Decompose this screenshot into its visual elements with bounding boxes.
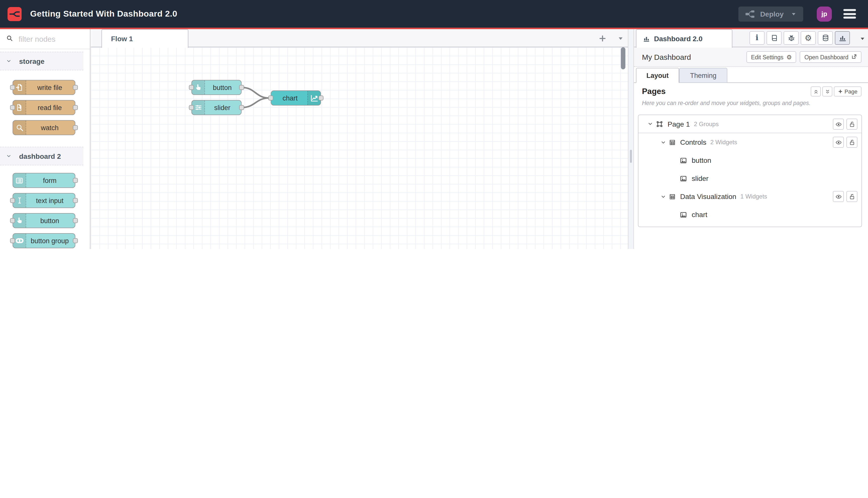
visibility-toggle-button[interactable]	[833, 191, 844, 202]
input-port[interactable]	[189, 85, 194, 90]
node-label: write file	[26, 80, 74, 94]
palette-filter-input[interactable]	[17, 34, 78, 44]
expand-all-button[interactable]	[823, 87, 832, 96]
output-port[interactable]	[73, 125, 78, 130]
add-page-button[interactable]: Page	[834, 87, 862, 96]
output-port[interactable]	[239, 85, 244, 90]
output-port[interactable]	[239, 105, 244, 110]
palette-node-read-file[interactable]: read file	[13, 100, 75, 115]
tree-row-page-1[interactable]: Page 12 Groups	[639, 115, 862, 133]
input-port[interactable]	[10, 238, 15, 243]
flow-node-chart[interactable]: chart	[271, 90, 321, 106]
flow-node-slider[interactable]: slider	[191, 100, 242, 115]
lock-open-icon	[849, 139, 855, 145]
page-title: Getting Started With Dashboard 2.0	[30, 9, 177, 19]
image-icon	[680, 157, 687, 164]
deploy-button[interactable]: Deploy	[739, 6, 803, 21]
input-port[interactable]	[268, 95, 273, 101]
output-port[interactable]	[73, 178, 78, 183]
sidebar-tool-info-button[interactable]: i	[749, 31, 764, 45]
node-label: text input	[26, 194, 74, 208]
user-avatar[interactable]: jp	[817, 6, 832, 21]
tree-row-slider[interactable]: slider	[639, 169, 862, 187]
open-dashboard-label: Open Dashboard	[804, 54, 849, 60]
palette-node-watch[interactable]: watch	[13, 120, 75, 135]
external-link-icon	[852, 54, 857, 60]
output-port[interactable]	[319, 95, 323, 101]
canvas-vertical-scrollbar[interactable]	[621, 47, 625, 69]
tab-flow-1[interactable]: Flow 1	[102, 29, 188, 48]
chevron-down-icon[interactable]	[647, 121, 653, 127]
eye-icon	[835, 121, 842, 127]
palette-node-write-file[interactable]: write file	[13, 80, 75, 95]
tree-row-chart[interactable]: chart	[639, 206, 862, 224]
sidebar-tool-debug-button[interactable]	[784, 31, 799, 45]
palette-search[interactable]	[0, 29, 90, 49]
input-port[interactable]	[189, 105, 194, 110]
tree-row-meta: 1 Widgets	[740, 193, 767, 200]
sidebar-tabs-caret-icon[interactable]	[859, 36, 866, 42]
flow-node-button[interactable]: button	[191, 80, 242, 95]
palette-node-button-group[interactable]: button group	[13, 233, 75, 248]
input-port[interactable]	[10, 218, 15, 223]
tree-row-label: Data Visualization	[680, 193, 736, 200]
edit-settings-label: Edit Settings	[751, 54, 783, 60]
splitter-handle[interactable]	[630, 150, 632, 163]
lock-toggle-button[interactable]	[846, 119, 857, 130]
flow-canvas[interactable]: buttonsliderchart	[91, 47, 628, 249]
sidebar-tool-context-button[interactable]	[818, 31, 833, 45]
node-palette: storagewrite fileread filewatch dashboar…	[0, 29, 90, 249]
database-icon	[822, 34, 829, 42]
output-port[interactable]	[73, 105, 78, 110]
tab-theming[interactable]: Theming	[679, 68, 727, 83]
output-port[interactable]	[73, 85, 78, 90]
palette-node-button[interactable]: button	[13, 213, 75, 228]
wire[interactable]	[242, 88, 269, 98]
output-port[interactable]	[73, 198, 78, 203]
visibility-toggle-button[interactable]	[833, 137, 844, 148]
palette-category-dashboard-2[interactable]: dashboard 2	[0, 147, 83, 165]
sidebar: Dashboard 2.0 i⚙ My Dashboard Edit Setti…	[634, 29, 868, 249]
main-menu-icon[interactable]	[843, 9, 856, 18]
magnifier-icon	[13, 121, 26, 135]
input-port[interactable]	[10, 198, 15, 203]
sidebar-tool-dashboard-button[interactable]	[835, 31, 850, 45]
sidebar-tool-help-button[interactable]	[766, 31, 782, 45]
tree-row-button[interactable]: button	[639, 151, 862, 169]
open-dashboard-button[interactable]: Open Dashboard	[800, 51, 862, 63]
wire[interactable]	[242, 98, 269, 107]
deploy-caret-icon[interactable]	[791, 11, 797, 17]
flow-list-caret-icon[interactable]	[617, 35, 624, 41]
tree-row-label: Controls	[680, 138, 706, 146]
sidebar-splitter[interactable]	[628, 29, 634, 249]
output-port[interactable]	[73, 218, 78, 223]
visibility-toggle-button[interactable]	[833, 119, 844, 130]
lock-toggle-button[interactable]	[846, 137, 857, 148]
tree-row-label: Page 1	[668, 120, 690, 128]
input-port[interactable]	[10, 85, 15, 90]
dashboard-tab-icon	[643, 35, 650, 42]
output-port[interactable]	[73, 238, 78, 243]
tab-dashboard-2[interactable]: Dashboard 2.0	[636, 29, 732, 48]
palette-node-text-input[interactable]: text input	[13, 193, 75, 208]
tab-layout[interactable]: Layout	[636, 68, 679, 83]
edit-settings-button[interactable]: Edit Settings ⚙	[746, 51, 797, 63]
chevron-down-icon[interactable]	[660, 194, 666, 199]
palette-category-storage[interactable]: storage	[0, 52, 83, 70]
dashboard-title: My Dashboard	[642, 53, 691, 61]
info-icon: i	[756, 34, 758, 42]
eye-icon	[835, 139, 842, 145]
palette-node-form[interactable]: form	[13, 173, 75, 188]
tree-row-data-visualization[interactable]: Data Visualization1 Widgets	[639, 187, 862, 206]
tree-row-controls[interactable]: Controls2 Widgets	[639, 133, 862, 151]
node-label: watch	[26, 121, 74, 135]
sidebar-tool-config-button[interactable]: ⚙	[801, 31, 816, 45]
lock-toggle-button[interactable]	[846, 191, 857, 202]
add-flow-button[interactable]	[599, 35, 606, 42]
input-port[interactable]	[10, 105, 15, 110]
book-icon	[770, 34, 778, 42]
sidebar-toolbar: i⚙	[749, 31, 850, 45]
chevron-down-icon	[6, 153, 12, 159]
collapse-all-button[interactable]	[811, 87, 821, 96]
chevron-down-icon[interactable]	[660, 140, 666, 145]
